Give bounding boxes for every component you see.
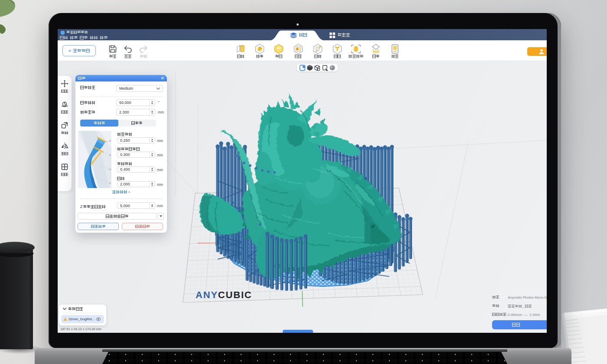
svg-text:ANYCUBIC: ANYCUBIC: [196, 289, 252, 300]
